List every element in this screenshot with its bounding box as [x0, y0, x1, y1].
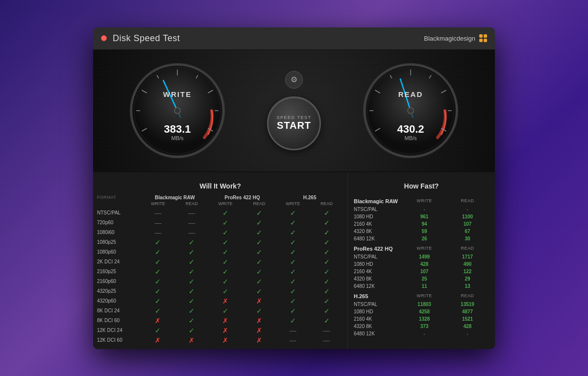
table-section: Will It Work? FORMAT Blackmagic RAW ProR…	[93, 171, 495, 349]
settings-button[interactable]: ⚙	[285, 71, 303, 89]
cell: ✓	[141, 327, 175, 334]
rp-data-row: 4320 8K2529	[348, 275, 495, 282]
cell: ✓	[175, 307, 209, 315]
rp-row-label: 4320 8K	[354, 276, 403, 282]
rp-write-val: 59	[403, 229, 446, 234]
svg-text:WRITE: WRITE	[163, 90, 191, 98]
cell: ✓	[310, 297, 343, 305]
titlebar-left: Disk Speed Test	[101, 33, 180, 44]
rp-data-row: 1080 HD428490	[348, 260, 495, 268]
rp-read-val: 29	[446, 276, 489, 282]
rp-read-val: 490	[446, 261, 489, 267]
rp-row-label: 6480 12K	[354, 331, 403, 336]
brand-dot-3	[479, 39, 483, 42]
brand-name: Blackmagicdesign	[424, 35, 475, 42]
rp-read-val: 1521	[446, 316, 489, 322]
cell: ✗	[243, 297, 276, 305]
cell: ✓	[209, 238, 243, 246]
svg-text:430.2: 430.2	[397, 123, 424, 135]
prores-group-header: ProRes 422 HQ	[209, 195, 276, 200]
row-label: 4320p60	[97, 298, 141, 304]
cell: —	[141, 209, 175, 217]
rp-write-val: 26	[403, 236, 446, 241]
rp-write-val: 107	[403, 269, 446, 274]
start-button-top-label: SPEED TEST	[277, 115, 312, 120]
rp-row-label: 2160 4K	[354, 221, 403, 227]
cell: ✓	[141, 238, 175, 246]
cell: ✓	[243, 219, 276, 227]
cell: ✓	[276, 268, 310, 276]
cell: —	[310, 327, 343, 334]
col-group-headers: FORMAT Blackmagic RAW ProRes 422 HQ H.26…	[93, 195, 347, 200]
rp-row-label: 1080 HD	[354, 261, 403, 267]
table-row: 1080i60——✓✓✓✓	[93, 228, 347, 237]
rp-row-label: 4320 8K	[354, 229, 403, 234]
cell: ✓	[243, 209, 276, 217]
will-it-work-rows: NTSC/PAL——✓✓✓✓720p60——✓✓✓✓1080i60——✓✓✓✓1…	[93, 208, 347, 345]
cell: ✓	[243, 268, 276, 276]
rp-section-label: Blackmagic RAW	[354, 198, 403, 204]
rp-section-header: ProRes 422 HQ WRITE READ	[348, 244, 495, 253]
rp-write-col: WRITE	[403, 293, 446, 299]
cell: ✓	[209, 287, 243, 295]
rp-row-label: 2160 4K	[354, 316, 403, 322]
read-gauge-container: READ 430.2 MB/s	[362, 62, 460, 160]
rp-row-label: NTSC/PAL	[354, 207, 403, 212]
row-label: 4320p25	[97, 288, 141, 294]
cell: ✓	[276, 278, 310, 285]
rp-row-label: 6480 12K	[354, 283, 403, 289]
close-button[interactable]	[101, 35, 107, 41]
cell: ✓	[209, 307, 243, 315]
cell: ✓	[310, 268, 343, 276]
rp-write-val: 94	[403, 221, 446, 227]
rp-write-val: 1499	[403, 254, 446, 259]
cell: ✓	[310, 287, 343, 295]
cell: ✓	[175, 327, 209, 334]
cell: ✓	[175, 287, 209, 295]
rp-data-row: 4320 8K5967	[348, 228, 495, 235]
rp-data-row: NTSC/PAL1180313519	[348, 301, 495, 308]
cell: ✓	[276, 287, 310, 295]
cell: ✗	[209, 317, 243, 325]
row-label: 2160p25	[97, 269, 141, 274]
rp-row-label: 4320 8K	[354, 324, 403, 329]
start-button[interactable]: SPEED TEST START	[267, 96, 321, 150]
table-row: 4320p25✓✓✓✓✓✓	[93, 286, 347, 296]
titlebar: Disk Speed Test Blackmagicdesign	[93, 27, 495, 50]
rp-write-val: 11	[403, 283, 446, 289]
cell: ✓	[175, 268, 209, 276]
cell: ✓	[276, 297, 310, 305]
app-title: Disk Speed Test	[113, 33, 180, 44]
cell: ✓	[310, 248, 343, 256]
read-gauge-svg: READ 430.2 MB/s	[362, 62, 460, 160]
rp-read-val: 1100	[446, 214, 489, 219]
braw-read-sub: READ	[175, 201, 209, 206]
rp-read-val: 67	[446, 229, 489, 234]
table-row: 1080p60✓✓✓✓✓✓	[93, 247, 347, 257]
cell: —	[175, 209, 209, 217]
table-row: 1080p25✓✓✓✓✓✓	[93, 237, 347, 247]
brand-dot-1	[479, 34, 483, 38]
prores-read-sub: READ	[243, 201, 276, 206]
rp-section-header: H.265 WRITE READ	[348, 292, 495, 301]
cell: ✓	[141, 287, 175, 295]
will-it-work-title: Will It Work?	[93, 180, 347, 195]
cell: ✓	[310, 229, 343, 236]
cell: ✓	[209, 209, 243, 217]
cell: ✓	[276, 238, 310, 246]
center-controls: ⚙ SPEED TEST START	[267, 71, 321, 150]
rp-section-label: H.265	[354, 293, 403, 299]
cell: ✓	[209, 248, 243, 256]
cell: ✓	[175, 278, 209, 285]
row-label: 8K DCI 60	[97, 318, 141, 323]
app-window: Disk Speed Test Blackmagicdesign	[93, 27, 495, 349]
cell: —	[141, 229, 175, 236]
rp-read-col: READ	[446, 293, 489, 299]
cell: ✓	[141, 297, 175, 305]
will-it-work-panel: Will It Work? FORMAT Blackmagic RAW ProR…	[93, 172, 348, 349]
brand-dot-2	[484, 34, 487, 38]
cell: ✓	[243, 307, 276, 315]
rp-data-row: 2160 4K13281521	[348, 315, 495, 323]
svg-point-15	[174, 108, 180, 114]
table-row: 2K DCI 24✓✓✓✓✓✓	[93, 257, 347, 267]
